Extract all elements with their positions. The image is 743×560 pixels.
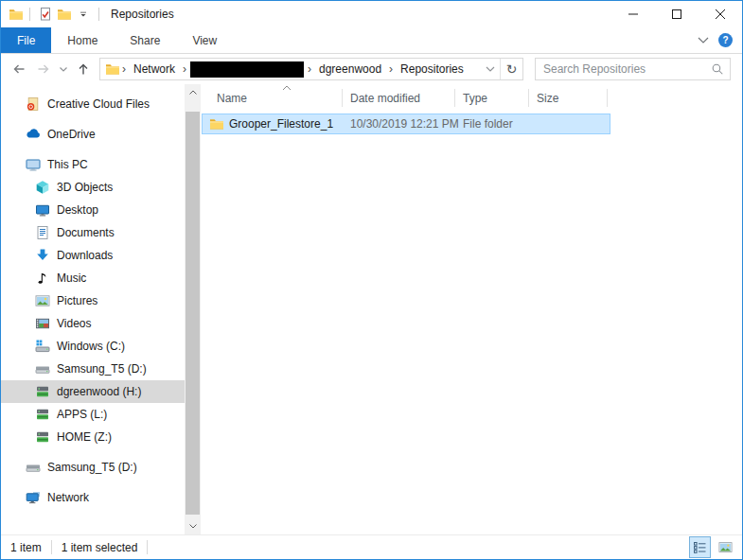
navigation-pane: Creative Cloud Files OneDrive This PC 3D… <box>1 84 201 534</box>
sidebar-item-dgreenwood-h[interactable]: dgreenwood (H:) <box>1 380 185 403</box>
column-header-size[interactable]: Size <box>529 84 608 112</box>
chevron-down-icon <box>698 37 709 44</box>
sidebar-item-home-z[interactable]: HOME (Z:) <box>1 426 185 448</box>
breadcrumb-segment-repositories[interactable]: Repositories <box>395 62 469 76</box>
expand-ribbon-button[interactable] <box>698 37 709 44</box>
sidebar-item-desktop[interactable]: Desktop <box>1 199 185 221</box>
quick-access-new-folder-button[interactable] <box>55 4 74 25</box>
back-button[interactable] <box>7 57 31 81</box>
sidebar-item-label: Samsung_T5 (D:) <box>47 461 137 474</box>
sidebar-item-onedrive[interactable]: OneDrive <box>1 123 185 146</box>
file-name-cell: Grooper_Filestore_1 <box>203 116 343 131</box>
divider <box>29 8 30 21</box>
music-icon <box>35 271 50 286</box>
minimize-button[interactable] <box>611 1 655 27</box>
refresh-button[interactable]: ↻ <box>500 59 522 79</box>
sidebar-item-label: This PC <box>47 158 88 171</box>
window-folder-icon <box>9 7 24 22</box>
view-toggles <box>689 536 738 558</box>
sidebar-item-windows-c[interactable]: Windows (C:) <box>1 335 185 358</box>
chevron-down-icon <box>486 66 495 73</box>
address-bar[interactable]: › Network › › dgreenwood › Repositories … <box>99 58 523 80</box>
search-icon[interactable] <box>711 62 724 76</box>
up-button[interactable] <box>71 57 96 81</box>
sidebar-item-label: APPS (L:) <box>57 408 107 421</box>
quick-access-properties-button[interactable] <box>36 4 55 25</box>
tab-share[interactable]: Share <box>114 27 176 53</box>
divider <box>51 540 52 554</box>
breadcrumb-segment-dgreenwood[interactable]: dgreenwood <box>313 62 387 76</box>
breadcrumb-segment-network[interactable]: Network <box>128 62 181 76</box>
breadcrumb-segment-redacted[interactable] <box>190 61 304 78</box>
windows-drive-icon <box>35 339 50 354</box>
scrollbar-thumb[interactable] <box>186 112 200 515</box>
column-header-date-modified[interactable]: Date modified <box>343 84 455 112</box>
breadcrumb: › Network › › dgreenwood › Repositories <box>100 59 481 79</box>
scroll-up-button[interactable] <box>185 84 201 100</box>
sidebar-item-downloads[interactable]: Downloads <box>1 244 185 267</box>
this-pc-icon <box>26 157 41 172</box>
breadcrumb-chevron-icon: › <box>181 62 188 76</box>
file-explorer-window: Repositories File Home Share View ? <box>0 0 743 560</box>
desktop-icon <box>35 202 50 218</box>
drive-icon <box>26 460 41 475</box>
sidebar-item-label: Network <box>47 491 89 504</box>
scroll-down-button[interactable] <box>185 518 201 534</box>
status-bar: 1 item 1 item selected <box>1 534 742 559</box>
creative-cloud-icon <box>26 96 41 112</box>
sidebar-item-label: Pictures <box>57 294 97 307</box>
sidebar-item-music[interactable]: Music <box>1 267 185 289</box>
network-drive-icon <box>35 384 50 399</box>
details-view-button[interactable] <box>689 536 711 558</box>
sidebar-item-this-pc[interactable]: This PC <box>1 153 185 176</box>
search-box[interactable] <box>535 58 731 80</box>
column-header-name[interactable]: Name <box>201 84 343 112</box>
sidebar-item-videos[interactable]: Videos <box>1 312 185 335</box>
tab-file[interactable]: File <box>1 27 51 53</box>
sidebar-item-label: Documents <box>57 226 115 239</box>
sidebar-item-creative-cloud-files[interactable]: Creative Cloud Files <box>1 93 185 115</box>
file-row-grooper-filestore-1[interactable]: Grooper_Filestore_1 10/30/2019 12:21 PM … <box>202 114 610 134</box>
maximize-button[interactable] <box>655 1 699 27</box>
sidebar-item-samsung-t5-d[interactable]: Samsung_T5 (D:) <box>1 358 185 380</box>
pictures-icon <box>35 293 50 308</box>
sidebar-item-pictures[interactable]: Pictures <box>1 289 185 312</box>
sidebar-item-3d-objects[interactable]: 3D Objects <box>1 176 185 199</box>
customize-quick-access-button[interactable] <box>74 4 93 25</box>
network-drive-icon <box>35 407 50 422</box>
sidebar-item-samsung-t5-d-root[interactable]: Samsung_T5 (D:) <box>1 456 185 479</box>
forward-button[interactable] <box>31 57 56 81</box>
file-name: Grooper_Filestore_1 <box>229 117 333 131</box>
divider <box>147 540 148 554</box>
file-type: File folder <box>455 117 529 131</box>
address-dropdown-button[interactable] <box>481 59 500 79</box>
breadcrumb-chevron-icon: › <box>387 62 395 76</box>
sidebar-item-label: Desktop <box>57 203 98 217</box>
large-icons-view-button[interactable] <box>715 536 736 558</box>
title-bar: Repositories <box>1 1 742 27</box>
downloads-icon <box>35 248 50 263</box>
network-drive-icon <box>35 429 50 445</box>
maximize-icon <box>672 9 681 19</box>
sidebar-scrollbar[interactable] <box>185 84 201 534</box>
sidebar-item-label: OneDrive <box>47 128 96 141</box>
sidebar-item-label: HOME (Z:) <box>57 430 112 444</box>
sidebar-item-apps-l[interactable]: APPS (L:) <box>1 403 185 426</box>
breadcrumb-chevron-icon: › <box>306 62 313 76</box>
ribbon-tabs: File Home Share View ? <box>1 27 742 54</box>
minimize-icon <box>628 9 638 19</box>
column-header-type[interactable]: Type <box>455 84 529 112</box>
tab-view[interactable]: View <box>176 27 233 53</box>
search-input[interactable] <box>543 62 711 76</box>
recent-locations-button[interactable] <box>56 57 71 81</box>
help-button[interactable]: ? <box>718 33 733 47</box>
tab-home[interactable]: Home <box>51 27 114 53</box>
sidebar-item-documents[interactable]: Documents <box>1 221 185 244</box>
sidebar-item-label: Downloads <box>57 249 113 262</box>
sidebar-item-network[interactable]: Network <box>1 486 185 509</box>
close-icon <box>716 9 725 19</box>
close-button[interactable] <box>699 1 742 27</box>
details-view-icon <box>694 542 706 553</box>
folder-icon <box>209 116 224 131</box>
sidebar-item-label: Music <box>57 271 86 285</box>
